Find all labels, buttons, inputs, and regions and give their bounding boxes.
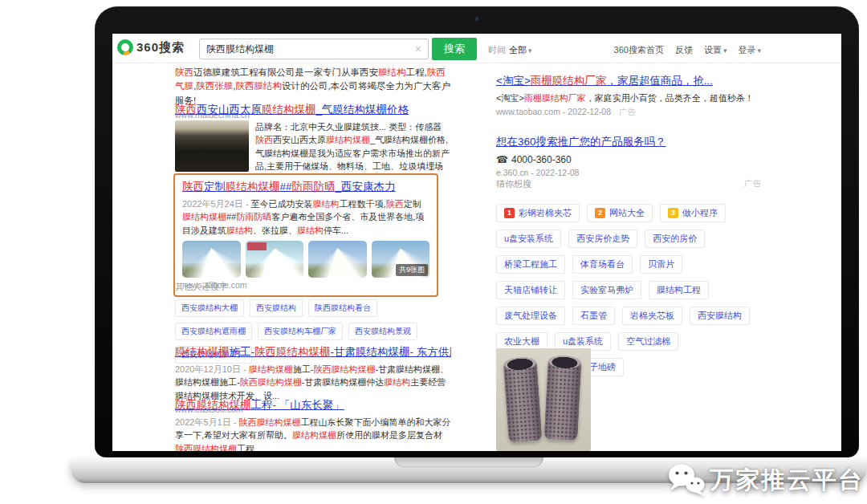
ad-url-text: www.taobao.com - 2022-12-08	[496, 107, 611, 116]
suggested-search-tag[interactable]: 膜结构工程	[649, 281, 709, 299]
suggested-search-tag[interactable]: 桥梁工程施工	[496, 255, 565, 274]
ad-snippet: <淘宝>雨棚膜结构厂家，家庭实用小百货，品类齐全，超值秒杀！	[496, 91, 761, 105]
related-search-tag[interactable]: 西安膜结构景观	[348, 323, 417, 340]
text-segment: 膜结构	[313, 199, 340, 209]
tag-label: 农业大棚	[504, 336, 539, 346]
rank-badge: 2	[595, 208, 605, 218]
suggested-search-tag[interactable]: 实验室马弗炉	[572, 281, 641, 299]
text-segment: 陕西	[175, 67, 193, 77]
search-input[interactable]: 陕西膜结构煤棚	[206, 43, 415, 56]
text-segment: 陕西膜结构煤棚	[175, 399, 251, 411]
text-segment: 工程- 「山东长聚」	[251, 399, 344, 411]
result-title-link[interactable]: 陕西西安山西太原膜结构煤棚_气膜结构煤棚价格	[175, 103, 451, 117]
ad-result: <淘宝>雨棚膜结构厂家，家居超值商品，抢... <淘宝>雨棚膜结构厂家，家庭实用…	[496, 74, 761, 118]
text-segment: 陕西张膜	[196, 81, 233, 91]
tag-label: 桥梁工程施工	[504, 259, 557, 269]
suggested-search-tag[interactable]: 岩棉夹芯板	[622, 307, 682, 325]
search-box[interactable]: 陕西膜结构煤棚 ×	[199, 39, 429, 59]
suggested-search-tag[interactable]: 贝雷片	[640, 255, 682, 274]
ad-label: 广告	[619, 107, 636, 116]
promo-url: e.360.cn - 2022-12-08	[496, 168, 761, 177]
tag-label: 废气处理设备	[504, 311, 557, 320]
result-thumbnail[interactable]: 共9张图	[372, 241, 430, 278]
ad-title-link[interactable]: <淘宝>雨棚膜结构厂家，家居超值商品，抢...	[496, 74, 761, 88]
search-results-page: 360搜索 陕西膜结构煤棚 × 搜索 时间全部▾ 360搜索首页 反馈 设置▾	[112, 34, 841, 451]
result-snippet: 2022年5月1日 - 陕西膜结构煤棚工程山东长聚下面小编简单的和大家分享一下,…	[175, 416, 451, 451]
result-title-link[interactable]: 陕西定制膜结构煤棚##防雨防晒_西安康杰力	[182, 180, 429, 194]
rank-badge: 3	[668, 208, 678, 218]
suggested-search-tag[interactable]: 西安的房价	[645, 230, 705, 248]
suggested-search-tag[interactable]: 2网站大全	[587, 204, 653, 222]
text-segment: <淘宝>	[496, 93, 524, 103]
chevron-down-icon: ▾	[528, 47, 532, 55]
360-logo-text: 360搜索	[136, 40, 185, 55]
chevron-down-icon: ▾	[723, 47, 727, 55]
result-title-link[interactable]: 膜结构煤棚施工-陕西膜结构煤棚-甘肃膜结构煤棚- 东方供应商	[175, 345, 451, 360]
text-segment: 陕西膜结构煤棚	[240, 377, 302, 387]
time-filter-label: 时间	[488, 45, 506, 55]
result-thumbnail[interactable]	[308, 241, 367, 278]
related-search-tag[interactable]: 陕西膜结构看台	[308, 299, 377, 317]
laptop-notch	[394, 457, 543, 468]
page-background: 360搜索 陕西膜结构煤棚 × 搜索 时间全部▾ 360搜索首页 反馈 设置▾	[0, 0, 867, 504]
featured-result-highlighted: 陕西定制膜结构煤棚##防雨防晒_西安康杰力 2022年5月24日 - 至今已成功…	[173, 173, 438, 297]
result-thumbnail[interactable]	[246, 241, 304, 278]
text-segment: 陕西	[175, 104, 197, 116]
time-filter-value[interactable]: 全部▾	[509, 45, 532, 55]
text-segment: 停车...	[324, 226, 348, 235]
suggested-search-tag[interactable]: 天猫店铺转让	[496, 281, 565, 299]
text-segment: 陕西	[386, 199, 404, 209]
result-thumbnail[interactable]	[175, 120, 249, 172]
nav-home-link[interactable]: 360搜索首页	[614, 44, 664, 56]
promo-title-link[interactable]: 想在360搜索推广您的产品服务吗？	[496, 135, 761, 149]
text-segment: 陕西膜结构煤棚	[238, 417, 300, 427]
suggested-search-tag[interactable]: 西安房价走势	[568, 230, 637, 248]
rank-badge: 1	[504, 208, 515, 218]
text-segment: 防雨防晒	[292, 181, 336, 193]
suggested-searches-label: 猜你想搜	[496, 178, 531, 190]
suggested-search-tag[interactable]: 体育场看台	[572, 255, 633, 274]
text-segment: -甘肃膜结构煤棚仲达	[302, 377, 385, 387]
related-search-tag[interactable]: 西安膜结构车棚厂家	[258, 323, 343, 340]
mesh-cylinder-image	[543, 357, 581, 441]
suggested-search-tag[interactable]: 废气处理设备	[496, 307, 565, 325]
nav-login-link[interactable]: 登录▾	[738, 44, 761, 56]
search-button[interactable]: 搜索	[432, 38, 477, 60]
clear-icon[interactable]: ×	[415, 43, 421, 55]
suggested-search-tag[interactable]: u盘安装系统	[496, 230, 561, 248]
related-search-tag[interactable]: 西安膜结构遮雨棚	[175, 323, 252, 340]
result-title-link[interactable]: 陕西膜结构煤棚工程- 「山东长聚」	[175, 398, 451, 413]
related-search-tag[interactable]: 西安膜结构大棚	[175, 299, 244, 317]
suggested-search-tag[interactable]: 空气过滤棉	[618, 332, 678, 351]
text-segment: 施工-	[230, 346, 255, 358]
suggested-search-tag[interactable]: 石墨管	[572, 307, 615, 325]
text-segment: 膜结构	[378, 67, 406, 77]
suggested-search-tag[interactable]: 1彩钢岩棉夹芯	[496, 204, 580, 222]
text-segment: 雨棚膜结构厂家	[531, 75, 607, 87]
nav-feedback-link[interactable]: 反馈	[675, 44, 693, 56]
result-snippet: 陕西迈德膜建筑工程有限公司是一家专门从事西安膜结构工程,陕西气膜,陕西张膜,陕西…	[175, 66, 451, 108]
text-segment: _气膜结构煤棚价格	[316, 104, 409, 116]
nav-settings-link[interactable]: 设置▾	[704, 44, 727, 56]
text-segment: 西安山西太原	[197, 104, 262, 116]
text-segment: 西安山西太原	[273, 135, 326, 144]
text-segment: 陕西	[255, 135, 273, 144]
tag-label: u盘装系统	[563, 336, 603, 346]
text-segment: 工程数千项,	[340, 199, 386, 209]
tag-label: 空气过滤棉	[626, 336, 670, 346]
suggested-search-tag[interactable]: 西安膜结构	[690, 307, 750, 325]
tag-label: 网站大全	[609, 208, 645, 217]
mesh-cylinder-image	[503, 359, 542, 443]
related-search-tag[interactable]: 西安膜结构	[250, 299, 303, 317]
text-segment: 所使用的膜材是多层复合材	[336, 430, 442, 440]
360-logo[interactable]: 360搜索	[117, 39, 185, 55]
text-segment: 陕西膜结构	[235, 81, 282, 91]
suggested-search-tag[interactable]: 3做小程序	[660, 204, 726, 222]
text-segment: <淘宝>	[496, 75, 531, 87]
product-photo[interactable]	[496, 348, 591, 451]
text-segment: 膜结构	[384, 377, 410, 387]
result-thumbnail[interactable]	[182, 241, 241, 278]
text-segment: 、张拉膜、	[253, 226, 297, 235]
time-filter: 时间全部▾	[488, 44, 532, 56]
360-logo-icon	[117, 39, 133, 55]
